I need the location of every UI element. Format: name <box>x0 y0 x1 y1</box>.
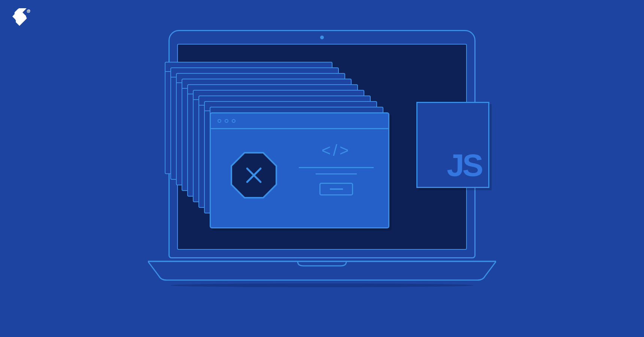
code-brackets-icon: </> <box>299 142 374 160</box>
window-titlebar <box>211 113 388 129</box>
camera-icon <box>320 36 324 39</box>
js-badge-text: JS <box>447 149 482 181</box>
hero-illustration: </> JS <box>135 26 509 311</box>
code-button-placeholder <box>319 183 353 195</box>
code-line <box>299 167 374 168</box>
error-window: </> <box>210 112 389 228</box>
toptal-icon: R <box>10 8 31 29</box>
error-stop-icon <box>230 151 278 200</box>
javascript-badge: JS <box>416 102 489 188</box>
traffic-lights-icon <box>218 119 236 123</box>
code-panel: </> <box>299 142 374 195</box>
svg-text:R: R <box>27 10 29 13</box>
svg-point-13 <box>170 283 474 287</box>
laptop-base <box>148 258 496 279</box>
code-line <box>316 173 357 174</box>
brand-logo: ® R <box>10 8 31 29</box>
